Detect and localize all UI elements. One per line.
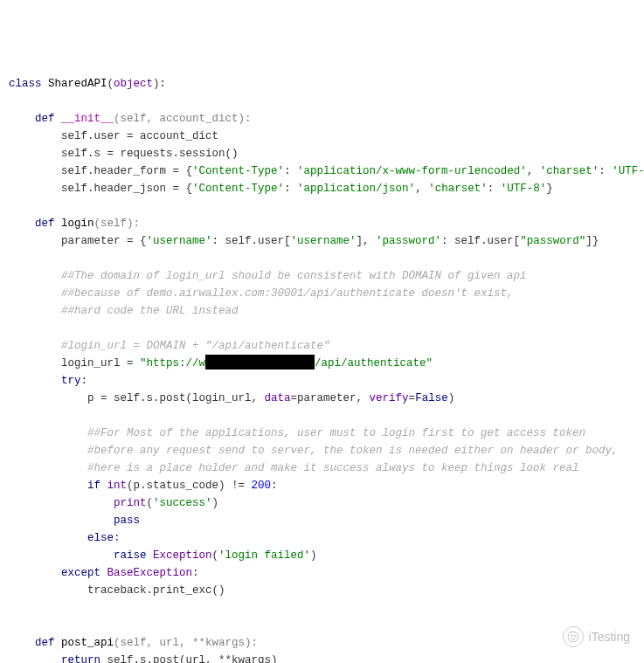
kw-class: class — [9, 78, 42, 90]
kw-return: return — [9, 654, 100, 663]
kw-def: def — [35, 113, 55, 125]
kw-raise: raise — [9, 549, 147, 562]
kw-else: else — [9, 532, 114, 544]
self: self — [9, 183, 87, 195]
svg-point-2 — [574, 635, 575, 636]
kw-pass: pass — [9, 515, 140, 527]
str: 'UTF-8' — [612, 165, 644, 177]
str: "https://w — [140, 357, 205, 369]
kw-def: def — [35, 218, 55, 230]
self: self — [9, 148, 87, 160]
method-login: login — [61, 218, 94, 230]
kwarg-data: data — [265, 392, 291, 404]
post-params: (self, url, **kwargs): — [114, 637, 258, 649]
str: 'password' — [376, 235, 441, 247]
builtin-object: object — [114, 78, 153, 90]
kw-try: try — [9, 375, 81, 387]
str: 'charset' — [428, 183, 488, 195]
str: /api/authenticate" — [315, 357, 433, 369]
str: 'username' — [147, 235, 212, 247]
comment: #login_url = DOMAIN + "/api/authenticate… — [9, 340, 330, 352]
str: 'application/json' — [297, 183, 415, 195]
traceback-line: traceback.print_exc() — [9, 584, 225, 597]
builtin-exception: Exception — [147, 549, 212, 562]
kw-except: except — [9, 567, 100, 579]
str: 'login failed' — [218, 549, 310, 562]
comment: ##The domain of login_url should be cons… — [9, 270, 527, 282]
init-line1: self.user = account_dict — [9, 130, 218, 142]
str: 'Content-Type' — [192, 165, 284, 177]
str: 'UTF-8' — [501, 183, 547, 195]
builtin-baseexception: BaseException — [100, 567, 192, 579]
t: .header_form = { — [87, 165, 192, 177]
num-200: 200 — [252, 480, 272, 492]
comment: ##hard code the URL instead — [9, 305, 239, 317]
class-name: SharedAPI — [48, 78, 107, 90]
const-false: False — [415, 392, 448, 404]
login-params: (self): — [94, 218, 141, 230]
colon: ): — [153, 78, 166, 90]
str: 'Content-Type' — [192, 183, 284, 195]
str: 'application/x-www-form-urlencoded' — [297, 165, 527, 177]
watermark-text: iTesting — [589, 628, 630, 646]
kwarg-verify: verify — [370, 392, 409, 404]
watermark-icon — [563, 626, 584, 647]
self: self — [9, 165, 87, 177]
str: 'success' — [153, 497, 212, 509]
str: 'charset' — [540, 165, 599, 177]
str: "password" — [520, 235, 585, 247]
init-params: (self, account_dict): — [114, 113, 252, 125]
builtin-int: int — [100, 480, 127, 492]
svg-point-1 — [571, 635, 571, 636]
init-l2: .s = requests.session() — [87, 148, 239, 160]
kw-def: def — [35, 637, 55, 649]
svg-point-0 — [568, 632, 578, 642]
watermark: iTesting — [563, 626, 630, 647]
comment: #here is a place holder and make it succ… — [9, 462, 579, 474]
method-post-api: post_api — [61, 637, 114, 649]
comment: ##because of demo.airwallex.com:30001/ap… — [9, 287, 514, 300]
redacted-block — [205, 355, 315, 369]
builtin-print: print — [9, 497, 147, 509]
code-block: class SharedAPI(object): def __init__(se… — [9, 75, 635, 663]
method-init: __init__ — [61, 113, 114, 125]
kw-if: if — [9, 480, 100, 492]
str: 'username' — [291, 235, 357, 247]
comment: ##For Most of the applications, user mus… — [9, 427, 585, 439]
comment: #before any request send to server, the … — [9, 445, 619, 457]
